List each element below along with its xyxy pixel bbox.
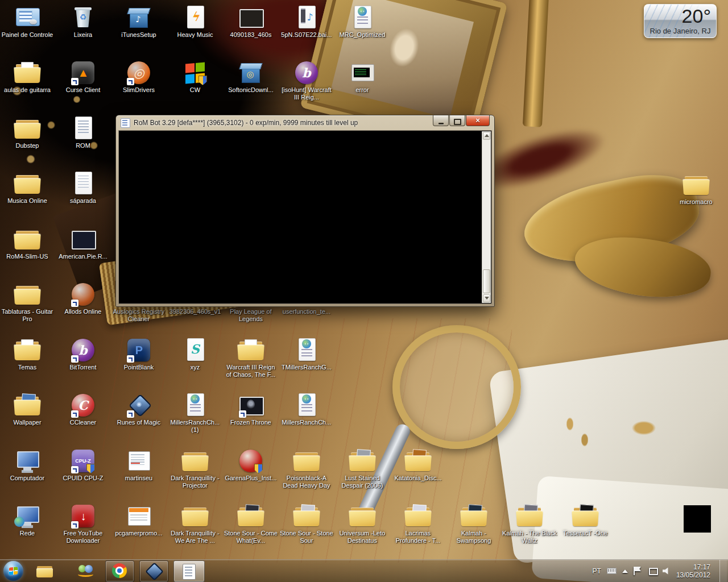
desktop-icon[interactable]: Allods Online bbox=[56, 281, 110, 316]
desktop-icon[interactable]: C CCleaner bbox=[56, 392, 110, 427]
desktop-icon[interactable]: Runes of Magic bbox=[111, 392, 166, 427]
taskbar: PT 17:17 13/05/2012 bbox=[0, 559, 728, 582]
desktop-icon-label: Free YouTube Downloader bbox=[56, 529, 110, 545]
desktop-icon[interactable]: martinseu bbox=[111, 448, 166, 483]
desktop-icon[interactable]: Lust Stained Despair (2006) bbox=[335, 448, 390, 490]
desktop-icon[interactable]: ‹› MillersRanchCh... bbox=[279, 392, 334, 427]
windows-flag-icon bbox=[9, 567, 18, 575]
shortcut-arrow-icon bbox=[127, 78, 134, 85]
desktop-icon[interactable]: P PointBlank bbox=[111, 337, 166, 372]
show-desktop-button[interactable] bbox=[719, 560, 727, 582]
desktop-icon[interactable]: ϟ Heavy Music bbox=[168, 5, 222, 39]
desktop-icon[interactable]: Wallpaper bbox=[0, 392, 55, 427]
taskbar-clock[interactable]: 17:17 13/05/2012 bbox=[676, 563, 714, 579]
start-button[interactable] bbox=[3, 561, 23, 581]
clock-date: 13/05/2012 bbox=[676, 571, 710, 579]
desktop-icon[interactable]: ROM bbox=[56, 115, 110, 150]
desktop-icon[interactable]: Kalmah - Swampsong bbox=[446, 503, 501, 545]
desktop-icon-label: RoM4-Slim-US bbox=[0, 252, 55, 261]
messenger-swoosh-icon bbox=[78, 572, 93, 577]
desktop-icon[interactable]: American.Pie.R... bbox=[56, 226, 110, 261]
desktop-icon[interactable]: Dark Tranquillity - Projector bbox=[168, 448, 222, 490]
desktop-icon[interactable]: ♪ iTunesSetup bbox=[111, 5, 166, 39]
desktop-icon[interactable]: Lacrimas Profundere - T... bbox=[391, 503, 445, 545]
desktop-icon[interactable]: ◎ SlimDrivers bbox=[111, 60, 166, 94]
desktop-icon[interactable]: Frozen Throne bbox=[224, 392, 278, 427]
keyboard-icon[interactable] bbox=[607, 568, 617, 574]
volume-icon[interactable] bbox=[663, 567, 671, 575]
console-output-area[interactable] bbox=[118, 130, 492, 304]
weather-gadget[interactable]: 20° Rio de Janeiro, RJ bbox=[644, 4, 717, 38]
desktop-icon[interactable]: ◎ SoftonicDownl... bbox=[224, 60, 278, 94]
desktop-icon[interactable]: ▲ Curse Client bbox=[56, 60, 110, 94]
desktop-icon-label: [isoHunt] Warcraft III Reig... bbox=[279, 86, 334, 102]
language-indicator[interactable]: PT bbox=[593, 567, 601, 575]
desktop-icon[interactable]: ‹› MillersRanchCh... (1) bbox=[168, 392, 222, 434]
desktop-icon[interactable]: ♻ Lixeira bbox=[56, 5, 110, 39]
desktop-icon[interactable]: b [isoHunt] Warcraft III Reig... bbox=[279, 60, 334, 102]
desktop-icon[interactable]: CW bbox=[168, 60, 222, 94]
desktop-icon[interactable]: Stone Sour - Stone Sour bbox=[279, 503, 334, 545]
desktop-icon[interactable]: error bbox=[335, 60, 390, 94]
desktop-icon[interactable]: ‹› TMillersRanchG... bbox=[279, 337, 334, 372]
desktop-icon[interactable]: pcgamerpromo... bbox=[111, 503, 166, 538]
desktop-icon[interactable]: ‹› MRC_Optimized bbox=[335, 5, 390, 39]
desktop-icon[interactable]: Tablaturas - Guitar Pro bbox=[0, 281, 55, 323]
desktop-icon-label: SlimDrivers bbox=[111, 86, 166, 94]
desktop-icon[interactable]: Computador bbox=[0, 448, 55, 483]
window-title: RoM Bot 3.29 [defa****] (3965,3102) - 0 … bbox=[134, 119, 358, 127]
show-hidden-icons-chevron[interactable] bbox=[622, 569, 628, 573]
desktop-icon[interactable]: Kalmah - The Black Waltz bbox=[502, 503, 557, 545]
desktop-icon-image bbox=[14, 226, 41, 252]
desktop-icon[interactable]: Universum -Leto Destinatus bbox=[335, 503, 390, 545]
minimize-button[interactable] bbox=[433, 115, 449, 126]
desktop-icon[interactable]: Dark Tranquillity - We Are The ... bbox=[168, 503, 222, 545]
desktop-icon[interactable]: micromacro bbox=[669, 172, 723, 206]
taskbar-windows-live-messenger[interactable] bbox=[77, 563, 94, 580]
icon-badge: ‹› bbox=[191, 394, 200, 404]
desktop-icon[interactable]: S xyz bbox=[168, 337, 222, 372]
desktop-icon[interactable]: Dubstep bbox=[0, 115, 55, 150]
desktop-icon[interactable]: Warcraft III Reign of Chaos, The F... bbox=[224, 337, 278, 379]
scroll-down-button[interactable] bbox=[483, 294, 490, 302]
desktop-icon[interactable]: sáparada bbox=[56, 171, 110, 205]
desktop-icon[interactable]: GarenaPlus_Inst... bbox=[224, 448, 278, 483]
taskbar-rom-bot-console[interactable] bbox=[173, 560, 205, 582]
taskbar-windows-explorer[interactable] bbox=[36, 563, 53, 580]
taskbar-runes-of-magic[interactable] bbox=[139, 560, 168, 582]
desktop-icon[interactable]: Poisonblack-A Dead Heavy Day bbox=[279, 448, 334, 490]
desktop-icon[interactable]: CPU-Z CPUID CPU-Z bbox=[56, 448, 110, 483]
close-button[interactable]: × bbox=[466, 115, 490, 126]
console-scrollbar[interactable] bbox=[482, 131, 491, 303]
desktop-icon-image bbox=[572, 503, 599, 529]
scroll-up-button[interactable] bbox=[483, 132, 490, 140]
desktop-icon[interactable]: 4090183_460s bbox=[224, 5, 278, 39]
black-gadget-box bbox=[684, 505, 711, 533]
desktop-icon[interactable]: ↓ Free YouTube Downloader bbox=[56, 503, 110, 545]
desktop-icon[interactable]: Painel de Controle bbox=[0, 5, 55, 39]
maximize-button[interactable] bbox=[449, 115, 465, 126]
desktop-icon-image bbox=[14, 281, 41, 307]
desktop-icon[interactable]: b BitTorrent bbox=[56, 337, 110, 372]
desktop-icon[interactable]: Katatonia_Disc... bbox=[391, 448, 445, 483]
desktop-icon[interactable]: Rede bbox=[0, 503, 55, 538]
desktop-icon-image bbox=[69, 281, 97, 307]
desktop-icon[interactable]: ♪ 5pN.S07E22.bai... bbox=[279, 5, 334, 39]
desktop-icon[interactable]: TesseracT -One bbox=[558, 503, 613, 538]
desktop-icon-label: Kalmah - The Black Waltz bbox=[502, 529, 557, 545]
desktop-icon[interactable]: Temas bbox=[0, 337, 55, 372]
temperature-value: 20° bbox=[682, 5, 711, 27]
desktop-icon-image bbox=[14, 115, 41, 142]
desktop-icon[interactable]: aulas de guitarra bbox=[0, 60, 55, 94]
desktop-icon-image bbox=[460, 503, 487, 529]
network-icon[interactable] bbox=[648, 567, 657, 575]
icon-thumbnail bbox=[245, 504, 259, 521]
desktop-icon[interactable]: Stone Sour - Come What(Ev... bbox=[224, 503, 278, 545]
action-center-flag-icon[interactable] bbox=[634, 567, 642, 575]
desktop-icon[interactable]: RoM4-Slim-US bbox=[0, 226, 55, 261]
desktop-icon[interactable]: Musica Online bbox=[0, 171, 55, 205]
shortcut-arrow-icon bbox=[127, 410, 134, 418]
scrollbar-thumb[interactable] bbox=[483, 269, 490, 293]
desktop-icon-label: xyz bbox=[168, 363, 222, 372]
taskbar-google-chrome[interactable] bbox=[105, 560, 134, 582]
